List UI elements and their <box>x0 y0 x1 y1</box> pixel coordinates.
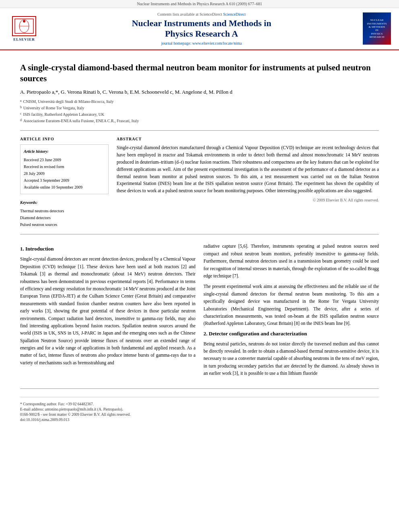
section1-right-para2: The present experimental work aims at as… <box>204 283 379 327</box>
elsevier-text: ELSEVIER <box>13 37 35 41</box>
section1-right-para1: radiative capture [5,6]. Therefore, inst… <box>204 242 379 279</box>
affiliation-d: d Associazione Euratom-ENEA sulla Fusion… <box>20 118 379 124</box>
affiliations: a CNISM, Università degli Studi di Milan… <box>20 99 379 124</box>
received-date: Received 23 June 2009 <box>24 156 105 163</box>
doi-note: doi:10.1016/j.nima.2009.09.013 <box>20 418 379 422</box>
article-history-box: Article history: Received 23 June 2009 R… <box>20 144 109 194</box>
abstract-text: Single-crystal diamond detectors manufac… <box>117 144 379 195</box>
keywords-box: Keywords: Thermal neutrons detectors Dia… <box>20 199 109 228</box>
article-footer: * Corresponding author. Fax: +39 02 6448… <box>20 388 379 422</box>
section2-heading: 2. Detector configuration and characteri… <box>204 331 379 337</box>
journal-header: ELSEVIER Contents lists available at Sci… <box>0 8 399 50</box>
footer-divider <box>20 397 379 397</box>
keyword-1: Thermal neutrons detectors <box>20 207 109 214</box>
top-bar-text: Nuclear Instruments and Methods in Physi… <box>137 2 262 6</box>
affiliation-c: c ISIS facility, Rutherford Appleton Lab… <box>20 111 379 118</box>
affiliation-a: a CNISM, Università degli Studi di Milan… <box>20 99 379 105</box>
article-info-label: ARTICLE INFO <box>20 137 109 141</box>
contents-line: Contents lists available at ScienceDirec… <box>40 12 363 16</box>
elsevier-logo: ELSEVIER <box>8 16 40 41</box>
journal-header-center: Contents lists available at ScienceDirec… <box>40 12 363 45</box>
keyword-3: Pulsed neutron sources <box>20 221 109 228</box>
section2-para1: Being neutral particles, neutrons do not… <box>204 340 379 377</box>
abstract-col: ABSTRACT Single-crystal diamond detector… <box>117 137 379 228</box>
col-left: 1. Introduction Single-crystal diamond d… <box>20 242 195 380</box>
main-body: 1. Introduction Single-crystal diamond d… <box>20 242 379 380</box>
article-info: ARTICLE INFO Article history: Received 2… <box>20 137 109 228</box>
journal-title: Nuclear Instruments and Methods in Physi… <box>40 18 363 39</box>
authors: A. Pietropaolo a,*, G. Verona Rinati b, … <box>20 89 379 95</box>
article-title: A single-crystal diamond-based thermal n… <box>20 62 379 84</box>
col-right: radiative capture [5,6]. Therefore, inst… <box>204 242 379 380</box>
accepted-date: Accepted 3 September 2009 <box>24 177 105 184</box>
top-bar: Nuclear Instruments and Methods in Physi… <box>0 0 399 8</box>
section1-para1: Single-crystal diamond detectors are rec… <box>20 255 195 366</box>
svg-point-3 <box>23 20 25 23</box>
keywords-label: Keywords: <box>20 199 109 206</box>
section1-heading: 1. Introduction <box>20 246 195 252</box>
history-label: Article history: <box>24 148 105 155</box>
homepage-url[interactable]: www.elsevier.com/locate/nima <box>192 41 242 45</box>
sciencedirect-link[interactable]: ScienceDirect <box>223 12 246 16</box>
revised-date: 28 July 2009 <box>24 170 105 177</box>
received-revised-label: Received in revised form <box>24 163 105 170</box>
corresponding-note: * Corresponding author. Fax: +39 02 6448… <box>20 402 379 406</box>
affiliation-b: b University of Rome Tor Vergata, Italy <box>20 105 379 111</box>
email-note: E-mail address: antonino.pietropaolo@mib… <box>20 407 379 411</box>
abstract-label: ABSTRACT <box>117 137 379 141</box>
article-container: A single-crystal diamond-based thermal n… <box>0 50 399 431</box>
abstract-copyright: © 2009 Elsevier B.V. All rights reserved… <box>117 198 379 202</box>
elsevier-logo-box <box>12 16 36 36</box>
article-body-top: ARTICLE INFO Article history: Received 2… <box>20 130 379 234</box>
keyword-2: Diamond detectors <box>20 214 109 221</box>
license-note: 0168-9002/$ - see front matter © 2009 El… <box>20 413 379 417</box>
journal-homepage: journal homepage: www.elsevier.com/locat… <box>40 41 363 45</box>
journal-thumbnail: NUCLEAR INSTRUMENTS & METHODS IN PHYSICS… <box>363 12 391 45</box>
available-date: Available online 10 September 2009 <box>24 184 105 191</box>
